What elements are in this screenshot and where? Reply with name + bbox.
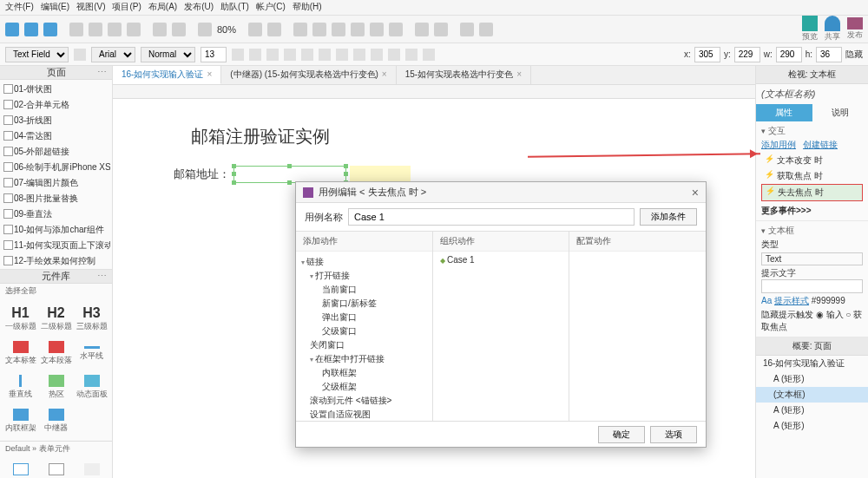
action-node[interactable]: 弹出窗口 bbox=[301, 311, 427, 324]
align-b-icon[interactable] bbox=[389, 23, 403, 36]
tab-2[interactable]: 15-如何实现表格选中行变色× bbox=[397, 66, 531, 84]
event-lost-focus[interactable]: 失去焦点 时 bbox=[761, 184, 863, 201]
shadow-icon[interactable] bbox=[371, 49, 383, 61]
case-name-input[interactable] bbox=[348, 208, 635, 226]
connect-icon[interactable] bbox=[89, 23, 102, 36]
fill2-icon[interactable] bbox=[353, 49, 365, 61]
paste-icon[interactable] bbox=[43, 23, 57, 36]
action-node[interactable]: 滚动到元件 <锚链接> bbox=[301, 394, 427, 408]
menu-file[interactable]: 文件(F) bbox=[5, 1, 34, 14]
page-item[interactable]: 02-合并单元格 bbox=[2, 97, 110, 113]
action-node[interactable]: 内联框架 bbox=[301, 366, 427, 380]
action-node[interactable]: 设置自适应视图 bbox=[301, 408, 427, 421]
page-item[interactable]: 11-如何实现页面上下滚动 bbox=[2, 238, 110, 253]
lib-repeater[interactable]: 中继器 bbox=[39, 405, 73, 437]
hint-style-link[interactable]: 提示样式 bbox=[774, 296, 809, 305]
menu-arrange[interactable]: 布局(A) bbox=[148, 1, 177, 14]
outline-item[interactable]: A (矩形) bbox=[756, 371, 868, 387]
lib-input[interactable] bbox=[3, 460, 37, 478]
zoom-value[interactable]: 80% bbox=[217, 24, 236, 35]
lib-h3[interactable]: H3三级标题 bbox=[75, 302, 108, 336]
lib-footer[interactable]: Default » 表单元件 bbox=[0, 441, 112, 456]
lib-text-label[interactable]: 文本标签 bbox=[3, 337, 37, 370]
action-node[interactable]: 当前窗口 bbox=[301, 283, 427, 297]
front-icon[interactable] bbox=[248, 23, 262, 36]
arrow-icon[interactable] bbox=[336, 49, 348, 61]
lib-h2[interactable]: H2二级标题 bbox=[39, 302, 73, 336]
align-c-icon[interactable] bbox=[312, 23, 326, 36]
event-text-change[interactable]: 文本改变 时 bbox=[761, 153, 863, 168]
group-icon[interactable] bbox=[153, 23, 167, 36]
action-node[interactable]: 打开链接 bbox=[301, 269, 427, 283]
tab-active[interactable]: 16-如何实现输入验证× bbox=[113, 66, 221, 84]
close-icon[interactable]: × bbox=[516, 69, 522, 79]
text-field-selected[interactable] bbox=[233, 166, 346, 183]
more-events[interactable]: 更多事件>>> bbox=[761, 205, 863, 217]
menu-help[interactable]: 帮助(H) bbox=[293, 1, 322, 14]
action-node[interactable]: 在框架中打开链接 bbox=[301, 352, 427, 366]
w-input[interactable] bbox=[776, 47, 802, 62]
lib-select-all[interactable]: 选择全部 bbox=[0, 284, 112, 298]
section-interactions[interactable]: 交互 bbox=[761, 125, 863, 137]
menu-team[interactable]: 助队(T) bbox=[220, 1, 249, 14]
organize-list[interactable]: Case 1 bbox=[433, 252, 569, 268]
page-item[interactable]: 09-垂直法 bbox=[2, 206, 110, 222]
options-button[interactable]: 选项 bbox=[650, 426, 697, 443]
type-select[interactable]: Text bbox=[761, 252, 863, 265]
menu-edit[interactable]: 编辑(E) bbox=[41, 1, 69, 14]
lib-menu-icon[interactable]: ⋯ bbox=[97, 271, 107, 282]
lib-vr[interactable]: 垂直线 bbox=[3, 371, 37, 403]
lib-droplist[interactable] bbox=[75, 460, 108, 478]
menu-project[interactable]: 项目(P) bbox=[112, 1, 141, 14]
font-size-input[interactable] bbox=[201, 47, 227, 62]
fill-icon[interactable] bbox=[74, 49, 86, 61]
lib-text-para[interactable]: 文本段落 bbox=[39, 337, 73, 370]
align-tr-icon[interactable] bbox=[423, 49, 435, 61]
lib-hotspot[interactable]: 热区 bbox=[39, 371, 73, 403]
case-item[interactable]: Case 1 bbox=[440, 255, 562, 265]
pages-menu-icon[interactable]: ⋯ bbox=[97, 67, 107, 78]
copy-icon[interactable] bbox=[24, 23, 38, 36]
point-icon[interactable] bbox=[127, 23, 141, 36]
dialog-titlebar[interactable]: 用例编辑 < 失去焦点 时 > × bbox=[296, 182, 706, 203]
cut-icon[interactable] bbox=[5, 23, 19, 36]
action-tree[interactable]: 链接打开链接当前窗口新窗口/新标签弹出窗口父级窗口关闭窗口在框架中打开链接内联框… bbox=[296, 252, 432, 421]
y-input[interactable] bbox=[734, 47, 760, 62]
field-label[interactable]: 邮箱地址： bbox=[174, 167, 230, 182]
font-select[interactable]: Arial bbox=[91, 47, 135, 62]
page-item[interactable]: 04-雷达图 bbox=[2, 128, 110, 144]
page-item[interactable]: 08-图片批量替换 bbox=[2, 191, 110, 206]
back-icon[interactable] bbox=[267, 23, 281, 36]
create-link-link[interactable]: 创建链接 bbox=[803, 139, 838, 151]
outline-item[interactable]: (文本框) bbox=[756, 387, 868, 403]
outline-item[interactable]: 16-如何实现输入验证 bbox=[756, 356, 868, 371]
add-case-link[interactable]: 添加用例 bbox=[761, 139, 796, 151]
pen-icon[interactable] bbox=[108, 23, 122, 36]
opt-input[interactable]: 输入 bbox=[826, 310, 844, 319]
action-node[interactable]: 父级框架 bbox=[301, 380, 427, 394]
unlock-icon[interactable] bbox=[479, 23, 493, 36]
align-l-icon[interactable] bbox=[293, 23, 307, 36]
action-node[interactable]: 链接 bbox=[301, 255, 427, 269]
action-node[interactable]: 父级窗口 bbox=[301, 324, 427, 338]
event-got-focus[interactable]: 获取焦点 时 bbox=[761, 168, 863, 184]
hint-box[interactable] bbox=[350, 166, 411, 183]
dist-v-icon[interactable] bbox=[434, 23, 448, 36]
align-tl-icon[interactable] bbox=[388, 49, 400, 61]
x-input[interactable] bbox=[694, 47, 720, 62]
lib-hr[interactable]: 水平线 bbox=[75, 337, 108, 370]
dialog-close-icon[interactable]: × bbox=[692, 186, 699, 200]
publish-button[interactable]: 发布 bbox=[847, 17, 863, 41]
menu-publish[interactable]: 发布(U) bbox=[184, 1, 214, 14]
widget-name[interactable]: (文本框名称) bbox=[756, 84, 868, 104]
align-t-icon[interactable] bbox=[351, 23, 365, 36]
menu-account[interactable]: 帐户(C) bbox=[256, 1, 286, 14]
close-icon[interactable]: × bbox=[207, 69, 212, 79]
outline-item[interactable]: A (矩形) bbox=[756, 403, 868, 418]
tab-1[interactable]: (中继器) (15-如何实现表格选中行变色)× bbox=[221, 66, 396, 84]
border-icon[interactable] bbox=[301, 49, 313, 61]
h-input[interactable] bbox=[816, 47, 842, 62]
lib-dynamic[interactable]: 动态面板 bbox=[75, 371, 108, 403]
style-select[interactable]: Normal bbox=[141, 47, 195, 62]
page-item[interactable]: 06-绘制手机屏iPhone XS bbox=[2, 160, 110, 175]
